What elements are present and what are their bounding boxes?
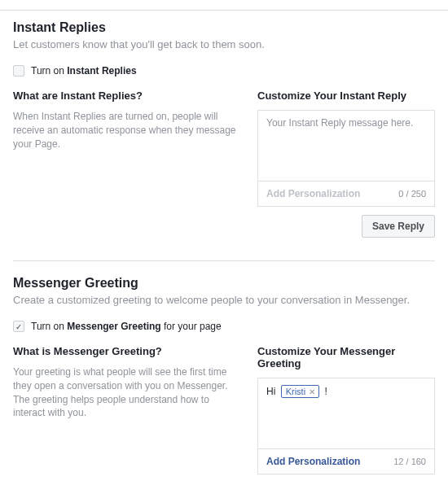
instant-replies-title: Instant Replies <box>13 20 435 35</box>
top-divider <box>0 10 448 11</box>
instant-replies-checkbox[interactable] <box>13 65 24 77</box>
messenger-greeting-info-desc: Your greeting is what people will see th… <box>13 365 241 420</box>
personalization-token[interactable]: Kristi ✕ <box>281 385 319 398</box>
instant-reply-textarea[interactable]: Your Instant Reply message here. <box>257 110 435 181</box>
instant-replies-subtitle: Let customers know that you'll get back … <box>13 38 435 50</box>
messenger-greeting-checkbox-label: Turn on Messenger Greeting for your page <box>31 321 222 332</box>
instant-reply-button-row: Save Reply <box>257 215 435 238</box>
messenger-greeting-info-heading: What is Messenger Greeting? <box>13 345 241 357</box>
messenger-greeting-subtitle: Create a customized greeting to welcome … <box>13 294 435 306</box>
instant-replies-info-heading: What are Instant Replies? <box>13 90 241 102</box>
messenger-greeting-columns: What is Messenger Greeting? Your greetin… <box>13 345 435 481</box>
token-label: Kristi <box>286 387 305 396</box>
messenger-greeting-title: Messenger Greeting <box>13 276 435 291</box>
token-remove-icon[interactable]: ✕ <box>309 387 315 396</box>
instant-reply-char-count: 0 / 250 <box>398 189 426 199</box>
instant-replies-customize-heading: Customize Your Instant Reply <box>257 90 435 102</box>
messenger-greeting-customize-col: Customize Your Messenger Greeting Hi Kri… <box>257 345 435 481</box>
greeting-suffix: ! <box>324 386 327 397</box>
add-personalization-button[interactable]: Add Personalization <box>266 188 360 199</box>
instant-replies-info-desc: When Instant Replies are turned on, peop… <box>13 110 241 151</box>
add-personalization-button[interactable]: Add Personalization <box>266 456 360 467</box>
instant-replies-customize-col: Customize Your Instant Reply Your Instan… <box>257 90 435 238</box>
section-divider <box>13 260 435 261</box>
instant-replies-columns: What are Instant Replies? When Instant R… <box>13 90 435 238</box>
save-reply-button[interactable]: Save Reply <box>362 215 435 238</box>
instant-replies-section: Instant Replies Let customers know that … <box>13 20 435 254</box>
instant-reply-placeholder: Your Instant Reply message here. <box>266 117 413 129</box>
instant-replies-toggle-row[interactable]: Turn on Instant Replies <box>13 65 435 77</box>
instant-reply-meta-row: Add Personalization 0 / 250 <box>257 181 435 207</box>
messenger-greeting-section: Messenger Greeting Create a customized g… <box>13 276 435 481</box>
instant-replies-info-col: What are Instant Replies? When Instant R… <box>13 90 241 238</box>
greeting-prefix: Hi <box>266 386 279 397</box>
messenger-greeting-textarea[interactable]: Hi Kristi ✕ ! <box>257 378 435 449</box>
messenger-greeting-checkbox[interactable] <box>13 321 24 332</box>
messenger-greeting-meta-row: Add Personalization 12 / 160 <box>257 449 435 474</box>
messenger-greeting-info-col: What is Messenger Greeting? Your greetin… <box>13 345 241 481</box>
messenger-greeting-customize-heading: Customize Your Messenger Greeting <box>257 345 435 369</box>
messenger-greeting-toggle-row[interactable]: Turn on Messenger Greeting for your page <box>13 321 435 332</box>
messenger-greeting-char-count: 12 / 160 <box>393 457 426 466</box>
instant-replies-checkbox-label: Turn on Instant Replies <box>31 65 137 77</box>
